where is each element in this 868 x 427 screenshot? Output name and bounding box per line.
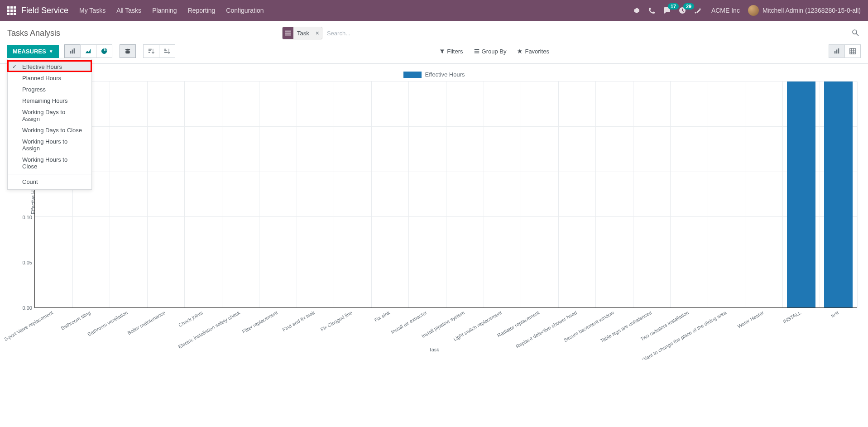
sort-group [143, 44, 175, 58]
search-area: Task × [60, 26, 852, 40]
graph-view-button[interactable] [829, 44, 845, 58]
measure-option[interactable]: Working Hours to Assign [8, 136, 91, 154]
line-chart-button[interactable] [80, 44, 96, 58]
view-switcher [829, 44, 861, 58]
facet-remove[interactable]: × [313, 29, 322, 37]
tools-icon[interactable] [694, 7, 701, 14]
favorites-menu[interactable]: Favorites [517, 48, 549, 55]
avatar [748, 5, 759, 16]
caret-down-icon: ▼ [49, 49, 53, 54]
svg-rect-5 [70, 51, 71, 53]
svg-line-4 [856, 34, 858, 36]
stack-group [120, 44, 136, 58]
company-switcher[interactable]: ACME Inc [711, 7, 740, 14]
svg-rect-15 [164, 50, 166, 51]
chart-type-group [64, 44, 112, 58]
search-facet-groupby: Task × [282, 27, 322, 39]
svg-rect-1 [285, 33, 291, 34]
control-panel-bottom: MEASURES ▼ Filters Group By [0, 40, 868, 64]
svg-point-3 [853, 30, 857, 34]
control-panel-top: Tasks Analysis Task × [0, 21, 868, 40]
groupby-menu[interactable]: Group By [474, 48, 507, 55]
svg-point-10 [125, 52, 130, 54]
svg-rect-22 [838, 48, 839, 53]
x-axis-labels: 3-port Valve replacementBathroom tilingB… [34, 308, 857, 349]
svg-rect-14 [164, 49, 166, 50]
chart-bar[interactable] [824, 82, 853, 307]
legend-label: Effective Hours [425, 71, 465, 78]
svg-rect-0 [285, 31, 291, 32]
search-icon[interactable] [852, 29, 859, 38]
svg-rect-17 [474, 49, 479, 50]
debug-icon[interactable] [633, 7, 640, 14]
pie-chart-button[interactable] [96, 44, 112, 58]
app-brand[interactable]: Field Service [21, 6, 68, 15]
chart-bar[interactable] [787, 82, 815, 307]
plot-area [34, 82, 857, 308]
activity-badge: 29 [683, 3, 694, 10]
svg-point-9 [125, 50, 130, 52]
measure-option[interactable]: Progress [8, 84, 91, 95]
search-input[interactable] [322, 27, 458, 39]
svg-point-8 [125, 49, 130, 51]
nav-all-tasks[interactable]: All Tasks [116, 7, 141, 14]
svg-rect-13 [148, 52, 150, 53]
svg-rect-12 [148, 50, 150, 51]
activity-icon[interactable]: 29 [679, 7, 686, 14]
phone-icon[interactable] [648, 7, 655, 14]
chart-legend[interactable]: Effective Hours [7, 71, 861, 78]
dropdown-divider [8, 174, 91, 174]
groupby-facet-icon [283, 27, 293, 39]
messaging-icon[interactable]: 17 [663, 7, 671, 14]
facet-label: Task [293, 30, 313, 37]
measure-option[interactable]: Remaining Hours [8, 95, 91, 106]
bar-chart-button[interactable] [64, 44, 81, 58]
chart-container: Effective Hours Effective Hours 0.000.05… [0, 64, 868, 360]
nav-reporting[interactable]: Reporting [188, 7, 216, 14]
svg-rect-2 [285, 35, 291, 36]
svg-rect-20 [834, 51, 836, 53]
apps-icon[interactable] [7, 6, 16, 15]
search-options: Filters Group By Favorites [322, 48, 549, 55]
chart-plot: Effective Hours 0.000.050.100.150.200.25 [34, 82, 857, 308]
sort-asc-button[interactable] [159, 44, 175, 58]
nav-planning[interactable]: Planning [152, 7, 177, 14]
user-name: Mitchell Admin (12368280-15-0-all) [762, 7, 861, 14]
measure-option[interactable]: Working Hours to Close [8, 154, 91, 172]
measure-option[interactable]: Working Days to Assign [8, 106, 91, 125]
svg-rect-16 [164, 52, 167, 53]
filters-menu[interactable]: Filters [440, 48, 463, 55]
measures-dropdown: Effective HoursPlanned HoursProgressRema… [7, 59, 92, 190]
measure-option[interactable]: Effective Hours [8, 61, 91, 72]
svg-rect-11 [148, 49, 151, 50]
measure-count[interactable]: Count [8, 176, 91, 187]
measure-option[interactable]: Planned Hours [8, 72, 91, 84]
legend-swatch [403, 72, 422, 78]
measure-option[interactable]: Working Days to Close [8, 125, 91, 136]
sort-desc-button[interactable] [143, 44, 159, 58]
nav-configuration[interactable]: Configuration [226, 7, 264, 14]
user-menu[interactable]: Mitchell Admin (12368280-15-0-all) [748, 5, 861, 16]
svg-rect-18 [474, 51, 479, 52]
stacked-button[interactable] [120, 44, 136, 58]
svg-rect-19 [474, 53, 479, 53]
measures-button[interactable]: MEASURES ▼ [7, 45, 59, 58]
page-title: Tasks Analysis [7, 29, 60, 38]
svg-rect-7 [73, 48, 75, 53]
pivot-view-button[interactable] [844, 44, 861, 58]
svg-rect-21 [836, 50, 838, 54]
navbar: Field Service My Tasks All Tasks Plannin… [0, 0, 868, 21]
measures-label: MEASURES [13, 48, 46, 55]
nav-right: 17 29 ACME Inc Mitchell Admin (12368280-… [633, 5, 861, 16]
nav-menu: My Tasks All Tasks Planning Reporting Co… [79, 7, 264, 14]
svg-rect-23 [850, 48, 855, 54]
svg-rect-6 [72, 50, 73, 54]
msg-badge: 17 [668, 3, 679, 10]
nav-my-tasks[interactable]: My Tasks [79, 7, 106, 14]
